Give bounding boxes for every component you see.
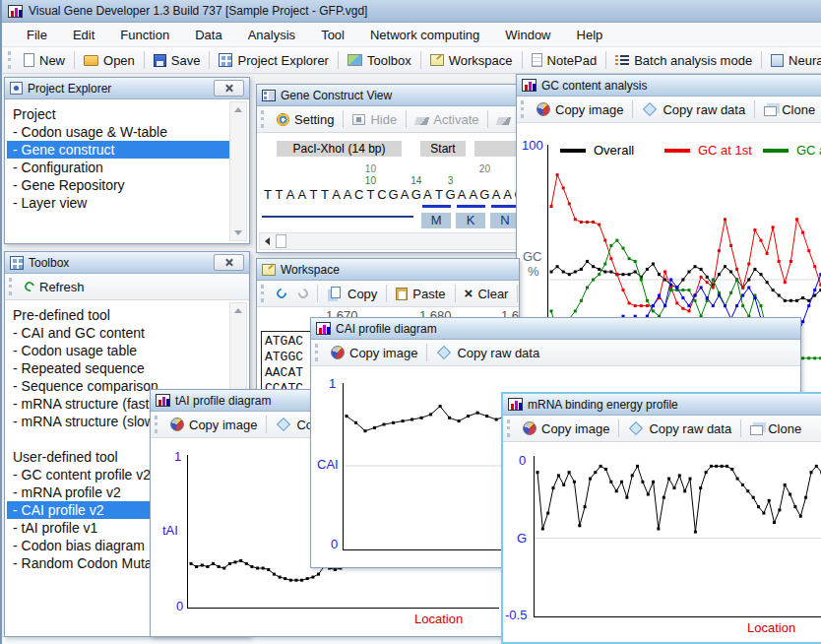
- copy-image-button[interactable]: Copy image: [517, 418, 615, 440]
- clone-button[interactable]: Clone: [758, 98, 821, 121]
- menu-data[interactable]: Data: [182, 25, 234, 45]
- tree-item-configuration[interactable]: - Configuration: [7, 159, 230, 176]
- project-explorer-button[interactable]: Project Explorer: [213, 49, 334, 72]
- toolbar-grip: [155, 416, 160, 433]
- save-button[interactable]: Save: [148, 49, 207, 72]
- paste-button[interactable]: Paste: [390, 283, 451, 305]
- sequence-char: T: [319, 187, 331, 202]
- tool-item-repeated-sequence[interactable]: - Repeated sequence: [7, 359, 230, 377]
- project-explorer-titlebar[interactable]: Project Explorer: [5, 78, 249, 99]
- tool-item-cai-gc[interactable]: - CAI and GC content: [7, 324, 230, 342]
- hide-button[interactable]: Hide: [347, 108, 403, 131]
- menu-file[interactable]: File: [14, 25, 60, 45]
- batch-analysis-button[interactable]: Batch analysis mode: [609, 49, 758, 72]
- sequence-ruler-top: 1020: [257, 163, 552, 174]
- mrna-profile-titlebar[interactable]: mRNA binding energy profile: [503, 394, 821, 416]
- refresh-button[interactable]: Refresh: [19, 276, 91, 298]
- clone-button[interactable]: Clone: [744, 418, 807, 440]
- sequence-char: A: [296, 187, 308, 202]
- sequence-char: A: [421, 187, 433, 202]
- y-axis-max-tick: 1: [174, 449, 181, 464]
- gc-analysis-titlebar[interactable]: GC content analysis: [517, 75, 821, 97]
- scroll-up-button[interactable]: [230, 102, 246, 117]
- workspace-titlebar[interactable]: Workspace: [257, 259, 519, 281]
- tree-item-gene-construct[interactable]: - Gene construct: [7, 141, 230, 159]
- open-button[interactable]: Open: [78, 49, 141, 72]
- copy-button[interactable]: Copy: [321, 283, 383, 305]
- project-explorer-window-icon: [10, 82, 23, 95]
- toolbox-titlebar[interactable]: Toolbox: [5, 252, 249, 274]
- scroll-down-button[interactable]: [230, 225, 246, 240]
- menu-window[interactable]: Window: [492, 25, 563, 45]
- region-label-start: Start: [420, 141, 466, 157]
- sequence-char: C: [353, 187, 365, 202]
- y-axis-label-line1: GC: [523, 249, 542, 264]
- menu-analysis[interactable]: Analysis: [235, 25, 308, 45]
- copy-raw-data-button[interactable]: Copy raw data: [430, 342, 545, 364]
- app-title: Visual Gene Developer 1.3 Build 737 [Sam…: [29, 4, 367, 18]
- sequence-char: G: [388, 187, 400, 202]
- sequence-char: T: [433, 187, 445, 202]
- y-axis-min-tick: 0: [176, 599, 183, 613]
- tree-item-layer-view[interactable]: - Layer view: [7, 194, 230, 212]
- clear-button[interactable]: ×Clear: [459, 283, 515, 305]
- workspace-button[interactable]: Workspace: [424, 49, 519, 72]
- toolbar-separator: [605, 51, 606, 69]
- scroll-up-button[interactable]: [230, 303, 246, 318]
- neural-network-button[interactable]: Neural network: [765, 49, 821, 72]
- tree-item-gene-repository[interactable]: - Gene Repository: [7, 176, 230, 194]
- scroll-left-button[interactable]: [260, 233, 275, 249]
- menu-network-computing[interactable]: Network computing: [357, 25, 492, 45]
- sequence-char: A: [342, 187, 353, 202]
- toolbar-separator: [74, 51, 75, 69]
- copy-raw-data-button[interactable]: Copy raw data: [636, 98, 751, 121]
- copy-image-button[interactable]: Copy image: [531, 98, 629, 121]
- copy-image-button[interactable]: Copy image: [325, 342, 423, 364]
- notepad-icon: [532, 53, 542, 67]
- menu-edit[interactable]: Edit: [60, 25, 107, 45]
- toolbar-separator: [618, 419, 619, 437]
- close-button[interactable]: [214, 254, 244, 271]
- window-title: Gene Construct View: [281, 89, 392, 102]
- sequence-char: T: [274, 187, 285, 202]
- ruler-mark: 20: [473, 163, 496, 174]
- toolbar-grip: [521, 100, 527, 118]
- toolbox-button[interactable]: Toolbox: [342, 49, 417, 72]
- raw-data-icon: [277, 418, 290, 431]
- tree-item-project[interactable]: Project: [7, 105, 230, 123]
- window-title: Project Explorer: [28, 82, 111, 96]
- notepad-button[interactable]: NotePad: [526, 49, 603, 72]
- tree-item-codon-usage[interactable]: - Codon usage & W-table: [7, 123, 230, 141]
- activate-button[interactable]: Activate: [410, 108, 484, 131]
- new-button[interactable]: New: [18, 49, 71, 72]
- toolbar-grip: [9, 278, 15, 295]
- sequence-char: A: [502, 187, 514, 202]
- undo-button[interactable]: [271, 283, 292, 305]
- horizontal-scrollbar[interactable]: [259, 232, 550, 250]
- y-axis-label: G: [517, 531, 527, 546]
- mrna-profile-window: mRNA binding energy profile Copy image C…: [501, 392, 821, 644]
- y-axis-max-tick: 0: [519, 453, 526, 468]
- toolbar-grip: [261, 110, 267, 128]
- redo-button[interactable]: [292, 283, 314, 305]
- vertical-scrollbar[interactable]: [229, 101, 247, 241]
- codon-underline: [457, 205, 485, 208]
- y-axis-max-tick: 1: [329, 376, 336, 391]
- close-button[interactable]: [214, 80, 244, 97]
- scrollbar-thumb[interactable]: [276, 234, 286, 248]
- tool-item-codon-usage[interactable]: - Codon usage table: [7, 342, 230, 359]
- toolbar-separator: [522, 51, 523, 69]
- cai-profile-titlebar[interactable]: CAI profile diagram: [311, 318, 800, 340]
- gene-construct-titlebar[interactable]: Gene Construct View: [257, 85, 552, 106]
- menu-help[interactable]: Help: [564, 25, 616, 45]
- menu-function[interactable]: Function: [107, 25, 182, 45]
- copy-raw-data-button[interactable]: Copy raw data: [622, 418, 737, 440]
- menu-tool[interactable]: Tool: [308, 25, 357, 45]
- app-titlebar[interactable]: Visual Gene Developer 1.3 Build 737 [Sam…: [2, 0, 821, 23]
- copy-image-button[interactable]: Copy image: [164, 414, 263, 436]
- clone-icon: [764, 106, 777, 116]
- toolbar-grip: [315, 344, 321, 361]
- arrow-left-icon: [265, 237, 270, 245]
- setting-button[interactable]: Setting: [271, 108, 340, 131]
- ruler-mark: 3: [439, 175, 463, 186]
